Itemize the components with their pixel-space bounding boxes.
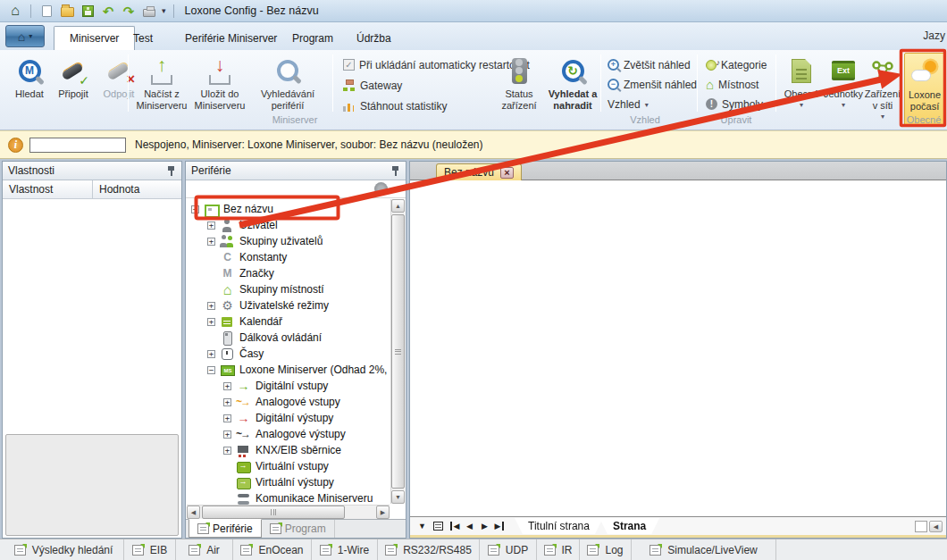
tree-item[interactable]: +Uživatel: [191, 217, 390, 233]
undo-icon[interactable]: ↶: [100, 3, 116, 19]
tree-item[interactable]: +Skupiny uživatelů: [191, 233, 390, 249]
status-tab-log[interactable]: Log: [580, 539, 632, 560]
tab-program-bottom[interactable]: Program: [262, 520, 335, 538]
tab-test[interactable]: Test: [118, 26, 168, 50]
nav-prev-icon[interactable]: ◀: [463, 522, 476, 531]
mistnost-button[interactable]: ⌂ Místnost: [706, 77, 758, 92]
tab-program[interactable]: Program: [277, 26, 348, 50]
checkbox-checked-icon[interactable]: [343, 59, 355, 71]
tab-periferie-miniserver[interactable]: Periférie Miniserver: [170, 26, 292, 50]
info-filter-input[interactable]: [29, 138, 126, 153]
tree-item[interactable]: +KNX/EIB sběrnice: [191, 442, 390, 458]
jednotky-button[interactable]: Ext Jednotky ▾: [823, 53, 864, 126]
tree-item[interactable]: +Kalendář: [191, 313, 390, 330]
vzhled-dropdown[interactable]: Vzhled ▾: [608, 96, 649, 112]
status-tab-rs232-rs485[interactable]: RS232/RS485: [378, 539, 480, 560]
sheet-tab-titulni-strana[interactable]: Titulní strana: [515, 518, 603, 534]
redo-icon[interactable]: ↷: [121, 3, 137, 19]
tree-item[interactable]: Dálková ovládání: [191, 330, 390, 346]
hledat-button[interactable]: Hledat: [9, 53, 50, 126]
tree-item[interactable]: +Časy: [191, 346, 390, 362]
tab-periferie-bottom[interactable]: Periférie: [189, 519, 262, 538]
nav-first-icon[interactable]: ◀: [450, 522, 461, 531]
tree-expander-minus-icon[interactable]: −: [191, 205, 199, 213]
scrollbar-thumb[interactable]: [202, 506, 345, 519]
status-tab-udp[interactable]: UDP: [480, 539, 537, 560]
status-tab-eib[interactable]: EIB: [124, 539, 176, 560]
scroll-up-icon[interactable]: ▲: [391, 199, 405, 213]
print-icon[interactable]: [141, 3, 157, 19]
tree-expander-plus-icon[interactable]: +: [223, 447, 231, 455]
tree-item[interactable]: Skupiny místností: [191, 281, 390, 297]
vyhledat-a-nahradit-button[interactable]: Vyhledat a nahradit: [547, 53, 599, 126]
tree-item[interactable]: +Digitální výstupy: [191, 410, 390, 426]
status-tab-air[interactable]: Air: [176, 539, 233, 560]
kategorie-button[interactable]: Kategorie: [706, 57, 767, 72]
tree-expander-plus-icon[interactable]: +: [223, 382, 231, 390]
tree-item[interactable]: +Analogové vstupy: [191, 394, 390, 410]
tree-item[interactable]: +Uživatelské režimy: [191, 297, 390, 313]
status-zarizeni-button[interactable]: Status zařízení: [493, 53, 545, 126]
home-icon[interactable]: ⌂: [7, 3, 23, 19]
scroll-down-icon[interactable]: ▼: [391, 490, 405, 504]
tree-item[interactable]: +Analogové výstupy: [191, 426, 390, 442]
zmensit-nahled-button[interactable]: Zmenšit náhled: [608, 77, 697, 92]
tree-expander-minus-icon[interactable]: −: [207, 366, 215, 374]
tree-expander-plus-icon[interactable]: +: [207, 318, 215, 326]
document-mini-scrollbar[interactable]: ◀: [915, 520, 943, 533]
tree-horizontal-scrollbar[interactable]: ◀ ▶: [187, 505, 390, 519]
status-tab-ir[interactable]: IR: [537, 539, 580, 560]
sheet-tab-strana[interactable]: Strana: [599, 518, 659, 534]
scroll-left-icon[interactable]: ◀: [929, 521, 943, 532]
column-vlastnost[interactable]: Vlastnost: [3, 180, 93, 198]
zarizeni-v-siti-button[interactable]: Zařízení v síti ▾: [861, 53, 904, 126]
tree-item[interactable]: Konstanty: [191, 249, 390, 265]
toolbar-options-icon[interactable]: ▾: [162, 6, 166, 15]
close-icon[interactable]: [500, 167, 514, 179]
ulozit-do-miniserveru-button[interactable]: ↓ Uložit do Miniserveru: [191, 53, 248, 126]
tree-item[interactable]: Virtuální vstupy: [191, 458, 390, 474]
tree-item[interactable]: −Loxone Miniserver (Odhad 2%,: [191, 362, 390, 378]
zvetsit-nahled-button[interactable]: Zvětšit náhled: [608, 57, 691, 72]
tree-expander-plus-icon[interactable]: +: [207, 238, 215, 246]
document-canvas[interactable]: [410, 180, 946, 516]
scrollbar-thumb[interactable]: [915, 521, 927, 532]
open-file-icon[interactable]: [59, 3, 75, 19]
status-tab-1-wire[interactable]: 1-Wire: [312, 539, 378, 560]
scroll-right-icon[interactable]: ▶: [376, 506, 390, 519]
language-label[interactable]: Jazy: [923, 29, 945, 42]
save-icon[interactable]: [80, 3, 96, 19]
tree-expander-plus-icon[interactable]: +: [223, 398, 231, 406]
tree-expander-plus-icon[interactable]: +: [223, 430, 231, 439]
tree-expander-plus-icon[interactable]: +: [207, 221, 215, 230]
nacist-z-miniserveru-button[interactable]: ↑ Načíst z Miniserveru: [134, 53, 189, 126]
new-file-icon[interactable]: [38, 3, 54, 19]
scroll-left-icon[interactable]: ◀: [187, 506, 200, 519]
scrollbar-thumb[interactable]: [391, 214, 405, 489]
pripojit-button[interactable]: ✓ Připojit: [51, 53, 96, 126]
column-hodnota[interactable]: Hodnota: [93, 180, 181, 198]
symboly-button[interactable]: Symboly: [706, 96, 763, 112]
tree-expander-plus-icon[interactable]: +: [223, 414, 231, 422]
document-tab[interactable]: Bez názvu: [436, 163, 522, 180]
tree-item[interactable]: Virtuální výstupy: [191, 474, 390, 490]
pin-icon[interactable]: [166, 165, 176, 177]
nav-page-icon[interactable]: [433, 522, 443, 531]
gateway-row[interactable]: Gateway: [343, 78, 402, 93]
pin-icon[interactable]: [390, 165, 400, 177]
status-tab-simulace-liveview[interactable]: Simulace/LiveView: [632, 539, 776, 560]
nav-next-icon[interactable]: ▶: [478, 522, 491, 531]
tree-vertical-scrollbar[interactable]: ▲ ▼: [390, 199, 405, 504]
tab-udrzba[interactable]: Údržba: [341, 26, 406, 50]
nav-last-icon[interactable]: ▶: [493, 522, 504, 531]
status-tab-v-sledky-hled-n-[interactable]: Výsledky hledání: [4, 539, 124, 560]
tree-item[interactable]: −Bez názvu: [191, 201, 390, 217]
nav-dropdown-icon[interactable]: ▼: [415, 522, 429, 531]
tree-expander-plus-icon[interactable]: +: [207, 302, 215, 310]
search-circle-icon[interactable]: [374, 182, 388, 196]
tree-expander-plus-icon[interactable]: +: [207, 350, 215, 358]
obecne-button[interactable]: Obecné ▾: [781, 53, 822, 126]
status-tab-enocean[interactable]: EnOcean: [233, 539, 312, 560]
statistiky-row[interactable]: Stáhnout statistiky: [343, 98, 447, 113]
tree-item[interactable]: +Digitální vstupy: [191, 378, 390, 394]
